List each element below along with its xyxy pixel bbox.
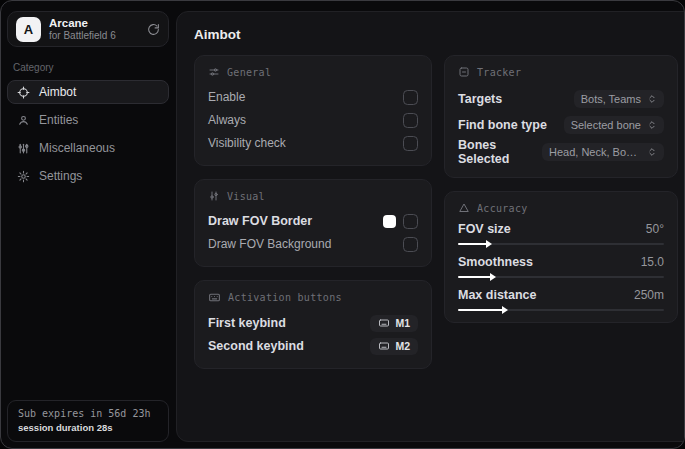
chevrons-up-down-icon bbox=[647, 94, 657, 104]
targets-select[interactable]: Bots, Teams bbox=[574, 90, 664, 108]
subscription-info: Sub expires in 56d 23h session duration … bbox=[7, 400, 169, 442]
keybind-value: M2 bbox=[395, 340, 410, 352]
setting-label: Visibility check bbox=[208, 136, 286, 150]
slider-value: 15.0 bbox=[641, 255, 664, 269]
page-title: Aimbot bbox=[194, 27, 678, 42]
session-duration-text: session duration 28s bbox=[18, 422, 158, 433]
first-keybind-button[interactable]: M1 bbox=[370, 315, 418, 332]
panel-visual: Visual Draw FOV Border Draw FOV Backgrou… bbox=[194, 179, 432, 267]
settings-lines-icon bbox=[208, 66, 220, 78]
chevrons-up-down-icon bbox=[647, 120, 657, 130]
setting-row-find-bone-type: Find bone type Selected bone bbox=[458, 112, 664, 137]
setting-row-draw-fov-border: Draw FOV Border bbox=[208, 210, 418, 232]
select-value: Head, Neck, Body, Pe.. bbox=[549, 146, 641, 158]
visibility-check-checkbox[interactable] bbox=[403, 136, 418, 151]
setting-row-draw-fov-background: Draw FOV Background bbox=[208, 233, 418, 255]
slider-group-max-distance: Max distance 250m bbox=[458, 288, 664, 311]
panel-activation-header: Activation buttons bbox=[208, 291, 418, 304]
category-label: Category bbox=[13, 62, 163, 73]
sliders-icon bbox=[17, 142, 30, 155]
setting-row-targets: Targets Bots, Teams bbox=[458, 86, 664, 111]
select-value: Bots, Teams bbox=[581, 93, 641, 105]
setting-label: Find bone type bbox=[458, 118, 547, 132]
keyboard-icon bbox=[378, 340, 390, 352]
panel-tracker: Tracker Targets Bots, Teams bbox=[444, 55, 678, 178]
setting-label: Targets bbox=[458, 92, 502, 106]
slider-label: Smoothness bbox=[458, 255, 533, 269]
app-window: A Arcane for Battlefield 6 Category Aimb… bbox=[0, 0, 685, 449]
sidebar-item-miscellaneous[interactable]: Miscellaneous bbox=[7, 136, 169, 160]
select-value: Selected bone bbox=[571, 119, 641, 131]
keyboard-icon bbox=[208, 291, 221, 304]
keybind-value: M1 bbox=[395, 317, 410, 329]
panel-general-header: General bbox=[208, 66, 418, 78]
setting-label: Bones Selected bbox=[458, 138, 542, 166]
person-icon bbox=[17, 114, 30, 127]
panel-activation-buttons: Activation buttons First keybind M1 bbox=[194, 280, 432, 369]
left-column: General Enable Always Visibility check bbox=[194, 55, 432, 369]
smoothness-slider[interactable] bbox=[458, 276, 664, 278]
panel-accuracy-header: Accuracy bbox=[458, 202, 664, 214]
panel-title: Activation buttons bbox=[228, 292, 342, 303]
main-area: Aimbot General bbox=[175, 1, 685, 448]
brand-text: Arcane for Battlefield 6 bbox=[49, 17, 116, 42]
setting-row-first-keybind: First keybind M1 bbox=[208, 312, 418, 334]
panel-tracker-header: Tracker bbox=[458, 66, 664, 78]
right-column: Tracker Targets Bots, Teams bbox=[444, 55, 678, 323]
second-keybind-button[interactable]: M2 bbox=[370, 338, 418, 355]
panel-title: General bbox=[227, 67, 271, 78]
crosshair-icon bbox=[17, 86, 30, 99]
slider-fill bbox=[458, 243, 487, 245]
setting-label: Enable bbox=[208, 90, 245, 104]
slider-value: 50° bbox=[646, 222, 664, 236]
sidebar-item-label: Aimbot bbox=[39, 85, 76, 99]
scan-box-icon bbox=[458, 66, 470, 78]
bones-selected-select[interactable]: Head, Neck, Body, Pe.. bbox=[542, 143, 664, 161]
setting-label: Second keybind bbox=[208, 339, 304, 353]
panel-general: General Enable Always Visibility check bbox=[194, 55, 432, 166]
panel-accuracy: Accuracy FOV size 50° bbox=[444, 191, 678, 323]
brand-name: Arcane bbox=[49, 17, 116, 30]
keyboard-icon bbox=[378, 317, 390, 329]
setting-label: Draw FOV Background bbox=[208, 237, 331, 251]
setting-row-second-keybind: Second keybind M2 bbox=[208, 335, 418, 357]
panel-title: Accuracy bbox=[477, 203, 528, 214]
slider-fill bbox=[458, 276, 491, 278]
draw-fov-background-checkbox[interactable] bbox=[403, 237, 418, 252]
always-checkbox[interactable] bbox=[403, 113, 418, 128]
setting-row-bones-selected: Bones Selected Head, Neck, Body, Pe.. bbox=[458, 138, 664, 166]
setting-label: First keybind bbox=[208, 316, 286, 330]
max-distance-slider[interactable] bbox=[458, 309, 664, 311]
panel-visual-header: Visual bbox=[208, 190, 418, 202]
setting-row-enable: Enable bbox=[208, 86, 418, 108]
setting-row-always: Always bbox=[208, 109, 418, 131]
triangle-icon bbox=[458, 202, 470, 214]
fov-border-color-swatch[interactable] bbox=[383, 215, 396, 228]
refresh-icon[interactable] bbox=[147, 23, 160, 36]
sidebar-nav: Aimbot Entities Miscella bbox=[7, 80, 169, 188]
slider-fill bbox=[458, 309, 503, 311]
slider-label: Max distance bbox=[458, 288, 537, 302]
app-logo: A bbox=[16, 17, 41, 42]
slider-value: 250m bbox=[634, 288, 664, 302]
sidebar-item-entities[interactable]: Entities bbox=[7, 108, 169, 132]
sidebar-item-aimbot[interactable]: Aimbot bbox=[7, 80, 169, 104]
fov-size-slider[interactable] bbox=[458, 243, 664, 245]
draw-fov-border-checkbox[interactable] bbox=[403, 214, 418, 229]
find-bone-type-select[interactable]: Selected bone bbox=[564, 116, 664, 134]
panel-title: Visual bbox=[227, 191, 265, 202]
slider-group-fov-size: FOV size 50° bbox=[458, 222, 664, 245]
panel-title: Tracker bbox=[477, 67, 521, 78]
sidebar-item-settings[interactable]: Settings bbox=[7, 164, 169, 188]
enable-checkbox[interactable] bbox=[403, 90, 418, 105]
setting-label: Always bbox=[208, 113, 246, 127]
sub-expiry-text: Sub expires in 56d 23h bbox=[18, 408, 158, 419]
sidebar-item-label: Settings bbox=[39, 169, 82, 183]
sliders-vertical-icon bbox=[208, 190, 220, 202]
setting-label: Draw FOV Border bbox=[208, 214, 312, 228]
fov-border-controls bbox=[383, 214, 418, 229]
sidebar: A Arcane for Battlefield 6 Category Aimb… bbox=[1, 1, 175, 448]
brand-subtitle: for Battlefield 6 bbox=[49, 30, 116, 42]
sidebar-item-label: Entities bbox=[39, 113, 78, 127]
brand-card: A Arcane for Battlefield 6 bbox=[7, 11, 169, 47]
